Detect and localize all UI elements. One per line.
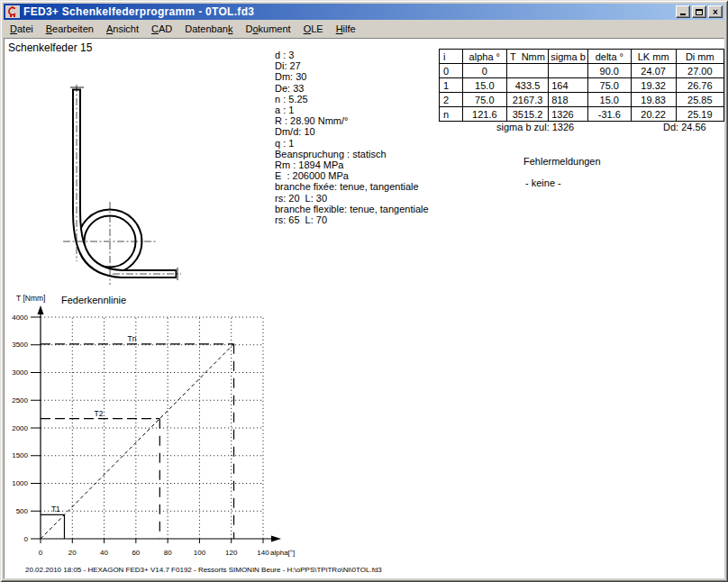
x-tick-label: 80: [164, 549, 172, 557]
close-button[interactable]: ×: [708, 5, 723, 18]
parameter-line: Rm : 1894 MPa: [275, 159, 429, 170]
table-cell: 19.32: [631, 78, 676, 93]
x-axis-arrow: [271, 536, 281, 542]
y-tick-label: 500: [16, 507, 29, 515]
parameter-line: branche flexible: tenue, tangentiale: [275, 204, 429, 214]
menu-hilfe[interactable]: Hilfe: [330, 22, 362, 36]
table-cell: 27.00: [676, 64, 723, 78]
table-cell: 26.76: [676, 78, 723, 93]
chart-title: Federkennlinie: [61, 295, 126, 305]
y-tick-label: 0: [24, 535, 29, 543]
table-cell: [549, 64, 588, 78]
y-axis-label: T [Nmm]: [16, 294, 45, 303]
x-tick-label: 20: [68, 549, 77, 557]
spring-legs-hollow: [77, 91, 176, 275]
window-controls: ×: [674, 5, 723, 18]
table-header-cell: LK mm: [631, 50, 676, 64]
table-row: n121.63515.21326-31.620.2225.19: [440, 107, 724, 122]
table-cell: n: [440, 107, 463, 122]
marker-label-T2: T2: [95, 409, 104, 418]
menu-datei[interactable]: Datei: [4, 22, 40, 36]
y-tick-label: 4000: [12, 314, 28, 322]
close-icon: ×: [713, 8, 718, 16]
table-cell: 121.6: [462, 107, 506, 122]
parameter-line: Dm: 30: [275, 71, 429, 82]
parameter-line: E : 206000 MPa: [275, 170, 429, 181]
parameter-line: Dm/d: 10: [275, 126, 429, 137]
x-axis-label: alpha[°]: [270, 549, 295, 557]
table-cell: 25.19: [676, 107, 723, 122]
table-cell: 19.83: [631, 93, 676, 107]
table-cell: 15.0: [587, 93, 631, 107]
marker-label-T1: T1: [51, 505, 60, 514]
parameter-line: branche fixée: tenue, tangentiale: [275, 181, 429, 192]
table-cell: 164: [549, 78, 588, 93]
table-row: 275.02167.381815.019.8325.85: [440, 93, 724, 107]
status-text: 20.02.2010 18:05 - HEXAGON FED3+ V14.7 F…: [25, 566, 382, 574]
table-row: 0090.024.0727.00: [440, 64, 724, 78]
parameter-line: rs: 65 L: 70: [275, 214, 429, 225]
page-title: Schenkelfeder 15: [8, 41, 92, 54]
y-tick-label: 2000: [12, 424, 28, 432]
dd-value: Dd: 24.56: [663, 122, 706, 132]
parameter-line: Beanspruchung : statisch: [275, 149, 429, 159]
table-cell: 1326: [549, 107, 588, 122]
table-row: 115.0433.516475.019.3226.76: [440, 78, 724, 93]
table-cell: 20.22: [631, 107, 676, 122]
y-tick-label: 1000: [12, 479, 28, 487]
menu-cad[interactable]: CAD: [145, 22, 178, 36]
y-tick-label: 2500: [12, 396, 28, 405]
x-tick-label: 60: [132, 549, 140, 557]
menu-ansicht[interactable]: Ansicht: [100, 22, 145, 36]
table-header-cell: T Nmm: [506, 50, 548, 64]
window-title: FED3+ Schenkelfederprogramm - 0TOL.fd3: [23, 5, 254, 18]
menu-datenbank[interactable]: Datenbank: [178, 22, 239, 36]
x-tick-label: 140: [257, 549, 269, 557]
table-cell: 818: [549, 93, 588, 107]
error-messages-title: Fehlermeldungen: [523, 156, 601, 167]
parameter-line: Di: 27: [275, 60, 429, 71]
parameter-line: q : 1: [275, 138, 429, 149]
maximize-button[interactable]: [692, 5, 706, 18]
spring-legs-outline: [77, 89, 177, 275]
table-cell: 3515.2: [506, 107, 548, 122]
x-tick-label: 0: [39, 549, 43, 557]
x-tick-label: 120: [225, 549, 238, 557]
minimize-button[interactable]: [676, 5, 690, 18]
table-header-cell: i: [440, 50, 463, 64]
table-cell: -31.6: [587, 107, 631, 122]
table-cell: 0: [440, 64, 463, 78]
spring-drawing: [54, 81, 195, 288]
x-tick-label: 100: [194, 549, 206, 557]
table-cell: 24.07: [631, 64, 676, 78]
parameter-line: De: 33: [275, 83, 429, 94]
x-tick-label: 40: [100, 549, 108, 557]
app-icon: [5, 5, 20, 18]
table-cell: 2: [440, 93, 463, 107]
table-header-row: ialpha °T Nmmsigma bdelta °LK mmDi mm: [440, 50, 724, 64]
table-cell: [506, 64, 548, 78]
marker-label-Tn: Tn: [128, 334, 137, 343]
table-header-cell: alpha °: [462, 50, 506, 64]
y-tick-label: 3000: [12, 368, 28, 377]
title-bar[interactable]: FED3+ Schenkelfederprogramm - 0TOL.fd3 ×: [4, 4, 724, 20]
y-tick-label: 3500: [12, 341, 28, 349]
menu-dokument[interactable]: Dokument: [239, 22, 296, 36]
table-cell: 1: [440, 78, 463, 93]
table-cell: 75.0: [462, 93, 506, 107]
table-cell: 433.5: [506, 78, 548, 93]
results-table: ialpha °T Nmmsigma bdelta °LK mmDi mm009…: [439, 49, 724, 122]
app-window: FED3+ Schenkelfederprogramm - 0TOL.fd3 ×…: [0, 0, 728, 582]
minimize-icon: [680, 14, 686, 15]
menu-bearbeiten[interactable]: Bearbeiten: [40, 22, 100, 36]
parameter-list: d : 3Di: 27Dm: 30De: 33n : 5.25a : 1R : …: [275, 50, 429, 225]
client-area: Schenkelfeder 15 d : 3Di: 27Dm: 30De: 33…: [4, 38, 724, 578]
menu-bar: DateiBearbeitenAnsichtCADDatenbankDokume…: [4, 21, 724, 37]
sigma-zul-value: sigma b zul: 1326: [496, 122, 574, 132]
chart-svg: T1T2Tn0500100015002000250030003500400002…: [9, 288, 299, 566]
table-header-cell: delta °: [587, 50, 631, 64]
menu-ole[interactable]: OLE: [297, 22, 330, 36]
table-header-cell: sigma b: [549, 50, 588, 64]
table-cell: 2167.3: [506, 93, 548, 107]
table-cell: 15.0: [462, 78, 506, 93]
